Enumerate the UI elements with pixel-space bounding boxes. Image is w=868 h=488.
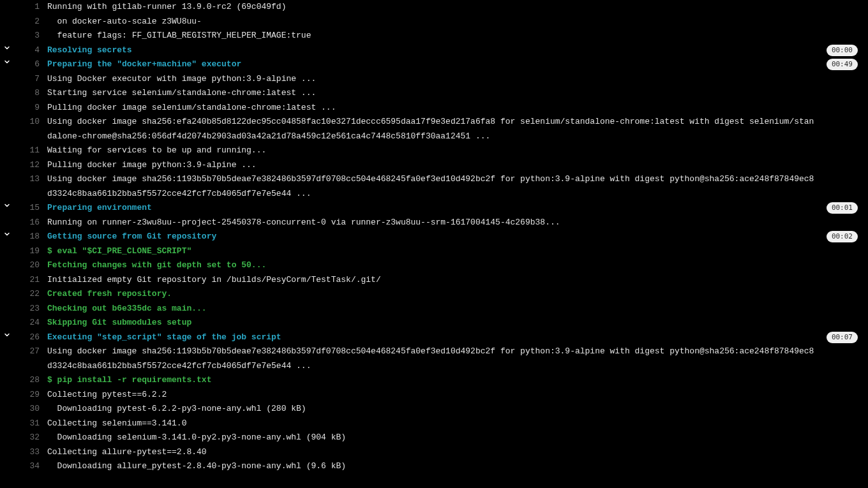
log-text: feature flags: FF_GITLAB_REGISTRY_HELPER…: [43, 29, 868, 43]
collapse-toggle[interactable]: [0, 201, 14, 209]
log-text: Downloading pytest-6.2.2-py3-none-any.wh…: [43, 402, 868, 417]
line-number[interactable]: 29: [14, 388, 43, 403]
chevron-slot: [0, 0, 14, 1]
chevron-down-icon[interactable]: [3, 331, 11, 339]
log-text: Executing "step_script" stage of the job…: [43, 330, 868, 345]
chevron-down-icon[interactable]: [3, 44, 11, 52]
chevron-slot: [0, 86, 14, 87]
log-line: 34 Downloading allure_pytest-2.8.40-py3-…: [0, 459, 868, 474]
collapse-toggle[interactable]: [0, 330, 14, 339]
section-duration-badge: 00:02: [827, 231, 858, 242]
log-section-header: 4Resolving secrets00:00: [0, 43, 868, 58]
log-text: Starting service selenium/standalone-chr…: [43, 86, 868, 101]
chevron-down-icon[interactable]: [3, 202, 11, 209]
line-number[interactable]: 32: [14, 431, 43, 445]
log-text: Using docker image sha256:1193b5b70b5dea…: [43, 172, 868, 201]
chevron-slot: [0, 302, 14, 302]
log-text: Checking out b6e335dc as main...: [43, 302, 868, 316]
log-section-header: 18Getting source from Git repository00:0…: [0, 230, 868, 244]
chevron-slot: [0, 273, 14, 274]
chevron-slot: [0, 172, 14, 173]
line-number[interactable]: 3: [14, 29, 43, 43]
line-number[interactable]: 19: [14, 244, 43, 259]
log-text: Collecting pytest==6.2.2: [43, 388, 868, 403]
collapse-toggle[interactable]: [0, 43, 14, 52]
chevron-down-icon[interactable]: [3, 230, 11, 238]
log-line: 12Pulling docker image python:3.9-alpine…: [0, 158, 868, 173]
section-duration-badge: 00:01: [827, 202, 858, 214]
log-text: Created fresh repository.: [43, 287, 868, 302]
line-number[interactable]: 18: [14, 230, 43, 244]
log-line: 13Using docker image sha256:1193b5b70b5d…: [0, 172, 868, 201]
line-number[interactable]: 23: [14, 302, 43, 316]
log-line: 31Collecting selenium==3.141.0: [0, 417, 868, 431]
log-text: on docker-auto-scale z3WU8uu-: [43, 15, 868, 29]
chevron-slot: [0, 15, 14, 15]
line-number[interactable]: 10: [14, 115, 43, 129]
line-number[interactable]: 13: [14, 172, 43, 187]
chevron-slot: [0, 287, 14, 288]
log-line: 1Running with gitlab-runner 13.9.0-rc2 (…: [0, 0, 868, 15]
log-line: 28$ pip install -r requirements.txt: [0, 373, 868, 388]
log-line: 3 feature flags: FF_GITLAB_REGISTRY_HELP…: [0, 29, 868, 43]
log-text: Running on runner-z3wu8uu--project-25450…: [43, 216, 868, 230]
log-line: 9Pulling docker image selenium/standalon…: [0, 101, 868, 115]
line-number[interactable]: 24: [14, 316, 43, 330]
log-text: Getting source from Git repository: [43, 230, 868, 244]
log-text: Using docker image sha256:efa240b85d8122…: [43, 115, 868, 144]
log-text: Running with gitlab-runner 13.9.0-rc2 (6…: [43, 0, 868, 15]
line-number[interactable]: 33: [14, 445, 43, 460]
log-section-header: 26Executing "step_script" stage of the j…: [0, 330, 868, 345]
chevron-slot: [0, 402, 14, 403]
log-text: Collecting selenium==3.141.0: [43, 417, 868, 431]
log-text: Using docker image sha256:1193b5b70b5dea…: [43, 344, 868, 373]
log-line: 33Collecting allure-pytest==2.8.40: [0, 445, 868, 460]
line-number[interactable]: 30: [14, 402, 43, 417]
log-text: Waiting for services to be up and runnin…: [43, 144, 868, 158]
log-line: 7Using Docker executor with image python…: [0, 72, 868, 87]
line-number[interactable]: 27: [14, 344, 43, 359]
log-line: 23Checking out b6e335dc as main...: [0, 302, 868, 316]
line-number[interactable]: 15: [14, 201, 43, 216]
line-number[interactable]: 2: [14, 15, 43, 29]
collapse-toggle[interactable]: [0, 230, 14, 238]
log-text: Downloading allure_pytest-2.8.40-py3-non…: [43, 459, 868, 474]
line-number[interactable]: 11: [14, 144, 43, 158]
section-duration-badge: 00:49: [827, 59, 858, 70]
chevron-slot: [0, 388, 14, 388]
chevron-slot: [0, 72, 14, 73]
line-number[interactable]: 7: [14, 72, 43, 87]
line-number[interactable]: 1: [14, 0, 43, 15]
log-text: Downloading selenium-3.141.0-py2.py3-non…: [43, 431, 868, 445]
chevron-slot: [0, 459, 14, 460]
line-number[interactable]: 26: [14, 330, 43, 345]
line-number[interactable]: 34: [14, 459, 43, 474]
line-number[interactable]: 28: [14, 373, 43, 388]
line-number[interactable]: 4: [14, 43, 43, 58]
log-line: 22Created fresh repository.: [0, 287, 868, 302]
chevron-slot: [0, 29, 14, 29]
line-number[interactable]: 8: [14, 86, 43, 101]
log-section-header: 6Preparing the "docker+machine" executor…: [0, 57, 868, 72]
line-number[interactable]: 9: [14, 101, 43, 115]
chevron-slot: [0, 431, 14, 431]
chevron-slot: [0, 144, 14, 144]
chevron-down-icon[interactable]: [3, 58, 11, 66]
section-duration-badge: 00:07: [827, 332, 858, 343]
log-line: 32 Downloading selenium-3.141.0-py2.py3-…: [0, 431, 868, 445]
log-line: 19$ eval "$CI_PRE_CLONE_SCRIPT": [0, 244, 868, 259]
line-number[interactable]: 31: [14, 417, 43, 431]
chevron-slot: [0, 417, 14, 417]
line-number[interactable]: 21: [14, 273, 43, 288]
job-log: 1Running with gitlab-runner 13.9.0-rc2 (…: [0, 0, 868, 479]
collapse-toggle[interactable]: [0, 57, 14, 66]
log-section-header: 15Preparing environment00:01: [0, 201, 868, 216]
line-number[interactable]: 6: [14, 57, 43, 72]
line-number[interactable]: 16: [14, 216, 43, 230]
line-number[interactable]: 22: [14, 287, 43, 302]
line-number[interactable]: 12: [14, 158, 43, 173]
log-text: $ pip install -r requirements.txt: [43, 373, 868, 388]
line-number[interactable]: 20: [14, 258, 43, 273]
log-text: Fetching changes with git depth set to 5…: [43, 258, 868, 273]
log-line: 27Using docker image sha256:1193b5b70b5d…: [0, 344, 868, 373]
